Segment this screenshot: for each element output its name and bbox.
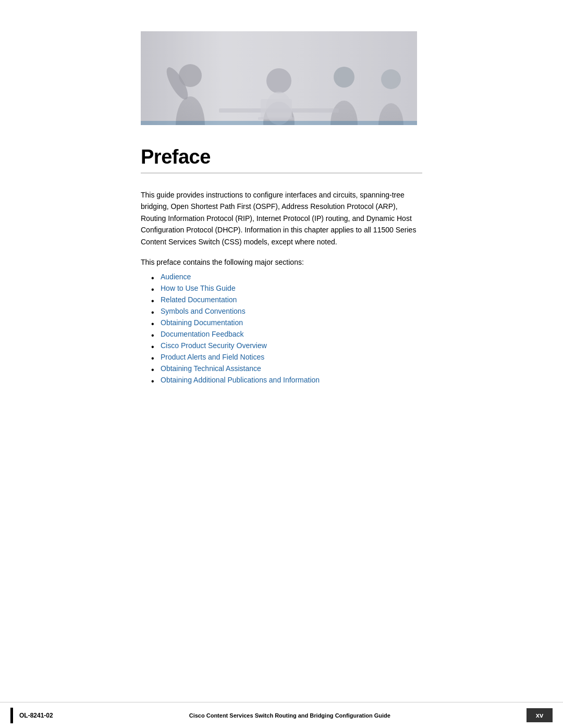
list-item-how-to-use: How to Use This Guide [151, 284, 422, 292]
title-divider [141, 172, 422, 174]
footer-left: OL-8241-02 [10, 708, 53, 723]
sections-intro: This preface contains the following majo… [141, 258, 422, 266]
link-doc-feedback[interactable]: Documentation Feedback [161, 330, 244, 338]
list-item-related-docs: Related Documentation [151, 295, 422, 304]
link-related-docs[interactable]: Related Documentation [161, 295, 237, 304]
page-container: Preface This guide provides instructions… [0, 0, 563, 728]
svg-point-11 [381, 69, 401, 89]
link-product-alerts[interactable]: Product Alerts and Field Notices [161, 353, 264, 361]
link-security-overview[interactable]: Cisco Product Security Overview [161, 341, 267, 350]
svg-point-6 [266, 68, 291, 93]
link-audience[interactable]: Audience [161, 273, 191, 281]
page-title: Preface [141, 146, 422, 168]
svg-rect-15 [141, 121, 417, 125]
link-how-to-use[interactable]: How to Use This Guide [161, 284, 236, 292]
list-item-tech-assistance: Obtaining Technical Assistance [151, 364, 422, 373]
link-symbols[interactable]: Symbols and Conventions [161, 307, 246, 315]
link-additional-pubs[interactable]: Obtaining Additional Publications and In… [161, 376, 320, 384]
list-item-product-alerts: Product Alerts and Field Notices [151, 353, 422, 361]
svg-point-9 [334, 67, 354, 88]
intro-paragraph: This guide provides instructions to conf… [141, 189, 422, 248]
page-footer: OL-8241-02 Cisco Content Services Switch… [0, 702, 563, 728]
header-image [141, 31, 417, 125]
list-item-security-overview: Cisco Product Security Overview [151, 341, 422, 350]
svg-rect-14 [258, 117, 295, 120]
footer-doc-title: Cisco Content Services Switch Routing an… [53, 712, 527, 719]
link-obtaining-docs[interactable]: Obtaining Documentation [161, 318, 243, 327]
list-item-symbols: Symbols and Conventions [151, 307, 422, 315]
svg-rect-13 [261, 99, 292, 119]
footer-doc-number: OL-8241-02 [19, 712, 53, 719]
sections-list: Audience How to Use This Guide Related D… [151, 273, 422, 384]
list-item-doc-feedback: Documentation Feedback [151, 330, 422, 338]
main-content: Preface This guide provides instructions… [0, 125, 563, 418]
list-item-additional-pubs: Obtaining Additional Publications and In… [151, 376, 422, 384]
footer-page-number: xv [527, 708, 553, 722]
link-tech-assistance[interactable]: Obtaining Technical Assistance [161, 364, 261, 373]
list-item-obtaining-docs: Obtaining Documentation [151, 318, 422, 327]
list-item-audience: Audience [151, 273, 422, 281]
footer-bar [10, 708, 13, 723]
